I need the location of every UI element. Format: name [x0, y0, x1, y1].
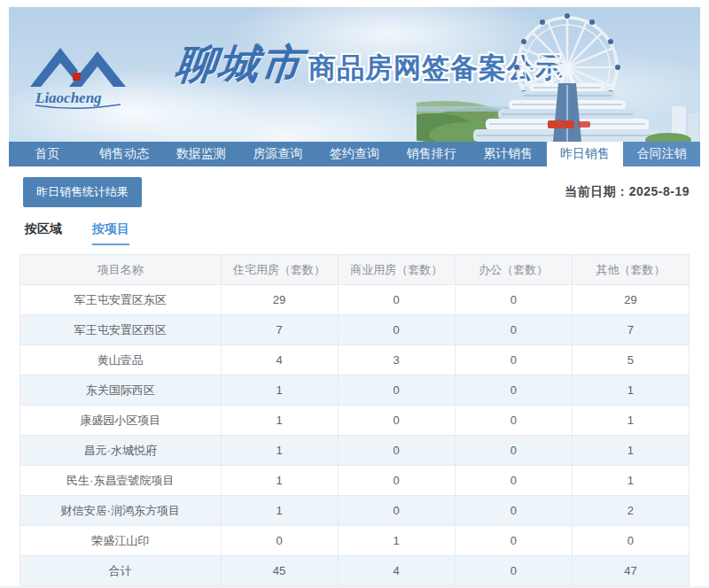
table-cell: 3 — [338, 345, 455, 375]
table-row: 黄山壹品4305 — [20, 345, 690, 375]
table-row: 军王屯安置区东区290029 — [20, 285, 690, 315]
logo-script-text: Liaocheng — [35, 89, 102, 106]
liaocheng-logo: Liaocheng — [23, 35, 174, 112]
table-row: 军王屯安置区西区7007 — [20, 315, 690, 345]
table-cell: 0 — [338, 285, 455, 315]
toolbar: 昨日销售统计结果 当前日期：2025-8-19 — [19, 177, 690, 207]
table-cell: 0 — [338, 375, 455, 406]
nav-tab-yesterday-sales[interactable]: 昨日销售 — [547, 142, 624, 166]
ferris-wheel-building-image — [417, 7, 700, 142]
sales-table: 项目名称住宅用房（套数）商业用房（套数）办公（套数）其他（套数） 军王屯安置区东… — [19, 254, 690, 586]
table-cell: 0 — [338, 315, 455, 345]
table-cell: 合计 — [20, 556, 222, 586]
table-cell: 0 — [338, 466, 455, 496]
view-tabs: 按区域 按项目 — [25, 221, 690, 245]
table-cell: 1 — [221, 375, 338, 406]
table-cell: 0 — [455, 315, 572, 345]
table-cell: 0 — [455, 345, 572, 375]
table-cell: 5 — [572, 345, 689, 375]
table-cell: 民生·东昌壹號院项目 — [20, 466, 222, 496]
table-row-total: 合计454047 — [20, 556, 690, 586]
table-cell: 0 — [455, 496, 572, 526]
table-cell: 1 — [572, 375, 689, 406]
table-cell: 1 — [221, 466, 338, 496]
table-cell: 0 — [455, 406, 572, 436]
table-cell: 1 — [221, 496, 338, 526]
table-cell: 康盛园小区项目 — [20, 406, 222, 436]
nav-tab-sales-dynamics[interactable]: 销售动态 — [86, 142, 163, 166]
tab-by-project[interactable]: 按项目 — [92, 221, 129, 245]
page: Liaocheng 聊城市 商品房网签备案公示 — [0, 0, 709, 586]
table-cell: 0 — [338, 436, 455, 466]
table-cell: 4 — [338, 556, 455, 586]
table-cell: 1 — [221, 406, 338, 436]
nav-tab-signing-query[interactable]: 签约查询 — [316, 142, 393, 166]
table-cell: 45 — [221, 556, 338, 586]
current-date-label: 当前日期：2025-8-19 — [565, 184, 690, 200]
table-row: 昌元·水城悦府1001 — [20, 436, 690, 466]
nav-tab-data-monitor[interactable]: 数据监测 — [162, 142, 239, 166]
table-cell: 军王屯安置区东区 — [20, 285, 222, 315]
nav-tab-cumulative-sales[interactable]: 累计销售 — [470, 142, 547, 166]
column-header: 商业用房（套数） — [338, 255, 455, 285]
table-row: 东关国际西区1001 — [20, 375, 690, 406]
tab-by-region[interactable]: 按区域 — [25, 221, 62, 245]
table-cell: 0 — [221, 526, 338, 556]
table-cell: 0 — [572, 526, 689, 556]
table-cell: 0 — [455, 285, 572, 315]
table-cell: 0 — [455, 556, 572, 586]
nav-tab-contract-cancel[interactable]: 合同注销 — [623, 142, 700, 166]
table-cell: 7 — [221, 315, 338, 345]
main-content: 昨日销售统计结果 当前日期：2025-8-19 按区域 按项目 项目名称住宅用房… — [9, 177, 700, 586]
table-row: 康盛园小区项目1001 — [20, 406, 690, 436]
table-row: 荣盛江山印0100 — [20, 526, 690, 556]
table-cell: 0 — [455, 526, 572, 556]
table-cell: 0 — [455, 466, 572, 496]
nav-tab-listing-query[interactable]: 房源查询 — [239, 142, 316, 166]
table-cell: 2 — [572, 496, 689, 526]
yesterday-sales-result-button[interactable]: 昨日销售统计结果 — [23, 177, 142, 207]
table-cell: 7 — [572, 315, 689, 345]
table-cell: 0 — [338, 496, 455, 526]
table-cell: 4 — [221, 345, 338, 375]
table-cell: 29 — [572, 285, 689, 315]
column-header: 其他（套数） — [572, 255, 689, 285]
table-header-row: 项目名称住宅用房（套数）商业用房（套数）办公（套数）其他（套数） — [20, 255, 690, 285]
nav-bar: 首页销售动态数据监测房源查询签约查询销售排行累计销售昨日销售合同注销 — [9, 142, 700, 166]
table-cell: 1 — [338, 526, 455, 556]
table-cell: 军王屯安置区西区 — [20, 315, 222, 345]
table-cell: 47 — [572, 556, 689, 586]
table-body: 军王屯安置区东区290029军王屯安置区西区7007黄山壹品4305东关国际西区… — [20, 285, 690, 586]
table-row: 民生·东昌壹號院项目1001 — [20, 466, 690, 496]
table-cell: 1 — [572, 436, 689, 466]
table-cell: 29 — [221, 285, 338, 315]
nav-tab-sales-ranking[interactable]: 销售排行 — [393, 142, 470, 166]
table-cell: 昌元·水城悦府 — [20, 436, 222, 466]
table-cell: 财信安居·润鸿东方项目 — [20, 496, 222, 526]
banner: Liaocheng 聊城市 商品房网签备案公示 — [9, 7, 700, 142]
table-cell: 0 — [455, 436, 572, 466]
table-cell: 0 — [455, 375, 572, 406]
column-header: 项目名称 — [20, 255, 222, 285]
table-row: 财信安居·润鸿东方项目1002 — [20, 496, 690, 526]
table-cell: 1 — [572, 406, 689, 436]
table-cell: 黄山壹品 — [20, 345, 222, 375]
table-cell: 1 — [572, 466, 689, 496]
table-cell: 1 — [221, 436, 338, 466]
table-cell: 荣盛江山印 — [20, 526, 222, 556]
banner-title-city: 聊城市 — [173, 37, 307, 92]
table-cell: 东关国际西区 — [20, 375, 222, 406]
nav-tab-home[interactable]: 首页 — [9, 142, 86, 166]
column-header: 办公（套数） — [455, 255, 572, 285]
column-header: 住宅用房（套数） — [221, 255, 338, 285]
table-cell: 0 — [338, 406, 455, 436]
